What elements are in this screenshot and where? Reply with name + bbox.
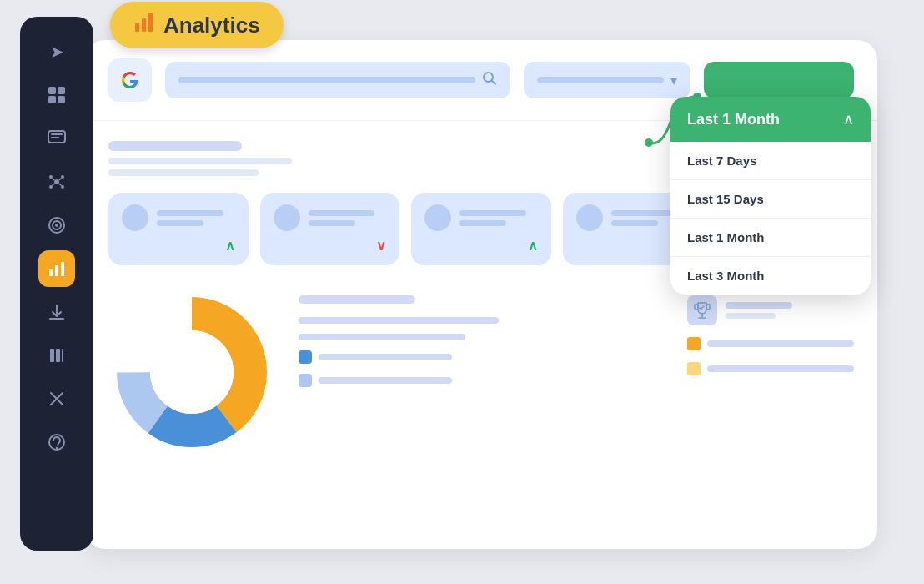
metric-card-1-bottom: ∧: [122, 238, 235, 254]
metric-line-1b: [157, 220, 203, 226]
trophy-line2: [726, 313, 776, 319]
dropdown-item-7days[interactable]: Last 7 Days: [670, 142, 871, 180]
trophy-legend-square-orange: [687, 337, 701, 350]
metric-avatar-2: [274, 204, 300, 231]
metric-line-2b: [309, 220, 355, 226]
metric-avatar-3: [424, 204, 451, 231]
google-icon: [108, 58, 152, 102]
sidebar-item-library[interactable]: [38, 337, 75, 374]
metric-line-3b: [459, 220, 506, 226]
sidebar: ➤: [20, 17, 93, 551]
time-dropdown-popup[interactable]: Last 1 Month ∧ Last 7 Days Last 15 Days …: [670, 97, 871, 295]
metric-lines-1: [157, 210, 235, 226]
metric-avatar-4: [576, 204, 603, 231]
data-title-line: [299, 295, 415, 304]
metric-line-1a: [157, 210, 223, 216]
sidebar-item-target[interactable]: [38, 207, 75, 244]
search-icon: [482, 71, 497, 90]
svg-rect-28: [135, 23, 139, 32]
metric-card-2[interactable]: ∨: [260, 193, 400, 265]
bottom-section: [108, 289, 854, 456]
sidebar-item-download[interactable]: [38, 294, 75, 330]
search-bar-fill: [178, 77, 475, 83]
svg-line-11: [59, 179, 62, 181]
svg-line-13: [59, 184, 62, 186]
metric-card-3[interactable]: ∧: [411, 193, 551, 265]
legend-item-blue: [299, 350, 664, 364]
dropdown-item-3month[interactable]: Last 3 Month: [670, 257, 871, 295]
dropdown-header[interactable]: Last 1 Month ∧: [670, 97, 871, 142]
data-line-1: [299, 317, 499, 324]
metric-line-2a: [309, 210, 375, 216]
svg-rect-23: [62, 349, 63, 362]
metric-line-4a: [611, 210, 678, 216]
metric-avatar-1: [122, 204, 148, 231]
search-bar[interactable]: [165, 62, 510, 98]
donut-chart: [108, 289, 275, 456]
svg-rect-2: [48, 96, 56, 103]
svg-rect-0: [48, 87, 56, 94]
svg-rect-29: [142, 18, 146, 32]
filter-dropdown[interactable]: ▾: [524, 62, 690, 98]
svg-point-27: [56, 447, 58, 449]
svg-point-7: [61, 175, 64, 179]
trophy-icon-wrap: [687, 295, 717, 325]
trophy-legend-item-orange: [687, 337, 854, 350]
sidebar-item-messages[interactable]: [38, 120, 75, 157]
svg-rect-17: [49, 269, 53, 276]
dropdown-item-1month[interactable]: Last 1 Month: [670, 219, 871, 257]
trophy-legend-square-lightorange: [687, 362, 701, 375]
trend-down-icon-2: ∨: [376, 238, 386, 254]
filter-chevron-icon: ▾: [670, 73, 677, 88]
svg-line-10: [53, 179, 55, 181]
sidebar-item-dashboard[interactable]: [38, 77, 75, 113]
sidebar-item-navigation[interactable]: ➤: [38, 33, 75, 70]
metric-card-1[interactable]: ∧: [108, 193, 249, 265]
svg-line-12: [53, 184, 55, 186]
legend-square-blue: [299, 350, 312, 364]
metric-card-3-bottom: ∧: [424, 238, 538, 254]
legend-line-blue: [319, 354, 452, 360]
trophy-legend-item-lightorange: [687, 362, 854, 375]
sidebar-item-analytics[interactable]: [38, 250, 75, 287]
sidebar-item-network[interactable]: [38, 164, 75, 200]
data-line-2: [299, 334, 465, 340]
trophy-line1: [726, 302, 792, 309]
metric-line-4b: [611, 220, 658, 226]
dropdown-item-15days[interactable]: Last 15 Days: [670, 180, 871, 219]
main-content: Analytics: [85, 17, 904, 549]
time-dropdown-trigger[interactable]: [704, 62, 854, 98]
trophy-lines: [726, 302, 792, 319]
svg-point-16: [55, 224, 58, 227]
trophy-legend-line-lightorange: [707, 365, 854, 372]
svg-point-38: [150, 330, 234, 414]
svg-rect-3: [58, 96, 65, 103]
sidebar-item-settings[interactable]: [38, 380, 75, 417]
svg-rect-1: [58, 87, 65, 94]
data-legend-section: [299, 289, 664, 456]
stats-label: [108, 141, 242, 151]
stats-sublabel-1: [108, 158, 292, 164]
svg-point-8: [49, 185, 53, 189]
white-card: ▾ Last 1 Month ∧ Last 7 Days Last 15: [85, 40, 877, 549]
analytics-badge-icon: [133, 12, 155, 38]
metric-line-3a: [459, 210, 526, 216]
svg-point-9: [61, 185, 64, 189]
metric-lines-3: [459, 210, 538, 226]
trend-up-icon-1: ∧: [225, 238, 235, 254]
analytics-badge-label: Analytics: [163, 13, 260, 38]
dropdown-chevron-up-icon: ∧: [843, 110, 854, 128]
svg-point-5: [54, 179, 59, 184]
svg-point-6: [49, 175, 53, 179]
dropdown-selected-label: Last 1 Month: [687, 111, 780, 128]
analytics-badge: Analytics: [110, 2, 284, 48]
legend-square-lightblue: [299, 374, 312, 387]
metric-card-1-top: [122, 204, 235, 231]
metric-card-2-top: [274, 204, 387, 231]
svg-rect-18: [55, 265, 58, 276]
trophy-header: [687, 295, 854, 325]
legend-item-lightblue: [299, 374, 664, 387]
stats-sublabel-2: [108, 169, 259, 176]
legend-line-lightblue: [319, 377, 452, 384]
sidebar-item-support[interactable]: [38, 424, 75, 461]
